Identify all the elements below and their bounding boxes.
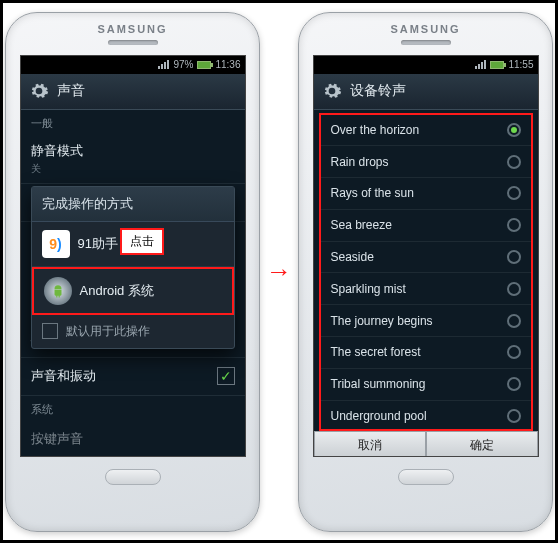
ringtone-label: Sea breeze	[331, 218, 392, 232]
settings-header: 声音	[21, 74, 245, 110]
ringtone-item[interactable]: Rain drops	[321, 146, 531, 178]
dialog-buttons: 取消 确定	[314, 431, 538, 457]
ringtone-item[interactable]: Rays of the sun	[321, 178, 531, 210]
ringtone-item[interactable]: Tribal summoning	[321, 369, 531, 401]
dialog-option-android-label: Android 系统	[80, 282, 154, 300]
ringtone-list: Over the horizon Rain drops Rays of the …	[319, 113, 533, 431]
gear-icon	[29, 81, 49, 101]
sound-vibrate-label: 声音和振动	[31, 367, 96, 385]
signal-icon	[158, 60, 169, 69]
dialog-title: 完成操作的方式	[32, 187, 234, 222]
speaker	[108, 40, 158, 45]
home-button[interactable]	[105, 469, 161, 485]
screen-right: 11:55 设备铃声 Over the horizon Rain drops R…	[313, 55, 539, 457]
ringtone-label: Over the horizon	[331, 123, 420, 137]
ringtone-item[interactable]: Sea breeze	[321, 210, 531, 242]
clock: 11:36	[215, 59, 240, 70]
silent-sub: 关	[31, 162, 83, 176]
silent-title: 静音模式	[31, 142, 83, 160]
ringtone-label: The secret forest	[331, 345, 421, 359]
page-title: 声音	[57, 82, 85, 100]
radio-icon[interactable]	[507, 377, 521, 391]
ringtone-label: Rays of the sun	[331, 186, 414, 200]
radio-icon[interactable]	[507, 409, 521, 423]
checkbox-checked-icon[interactable]: ✓	[217, 367, 235, 385]
app-91-icon: 9)	[42, 230, 70, 258]
dialog-option-android[interactable]: Android 系统	[32, 267, 234, 315]
ok-button[interactable]: 确定	[426, 431, 538, 457]
brand-label: SAMSUNG	[97, 23, 167, 35]
radio-icon[interactable]	[507, 250, 521, 264]
battery-pct: 97%	[173, 59, 193, 70]
dialog-default-label: 默认用于此操作	[66, 323, 150, 340]
ringtone-label: Seaside	[331, 250, 374, 264]
section-system: 系统	[21, 396, 245, 421]
ringtone-label: Underground pool	[331, 409, 427, 423]
phone-left: SAMSUNG 97% 11:36 声音 一般 静音模式 关 音量	[5, 12, 260, 532]
radio-icon[interactable]	[507, 314, 521, 328]
phone-right: SAMSUNG 11:55 设备铃声 Over the horizon Rain…	[298, 12, 553, 532]
home-button[interactable]	[398, 469, 454, 485]
ringtone-header: 设备铃声	[314, 74, 538, 110]
click-tooltip: 点击	[120, 228, 164, 255]
ringtone-label: Rain drops	[331, 155, 389, 169]
radio-icon[interactable]	[507, 218, 521, 232]
row-sound-vibrate[interactable]: 声音和振动 ✓	[21, 358, 245, 396]
ringtone-item[interactable]: The secret forest	[321, 337, 531, 369]
ringtone-item[interactable]: Underground pool	[321, 401, 531, 431]
signal-icon	[475, 60, 486, 69]
ringtone-item[interactable]: Sparkling mist	[321, 273, 531, 305]
radio-selected-icon[interactable]	[507, 123, 521, 137]
radio-icon[interactable]	[507, 155, 521, 169]
radio-icon[interactable]	[507, 282, 521, 296]
radio-icon[interactable]	[507, 186, 521, 200]
row-silent-mode[interactable]: 静音模式 关	[21, 135, 245, 184]
brand-label: SAMSUNG	[390, 23, 460, 35]
clock: 11:55	[508, 59, 533, 70]
page-title: 设备铃声	[350, 82, 406, 100]
section-general: 一般	[21, 110, 245, 135]
dialog-default-row[interactable]: 默认用于此操作	[32, 315, 234, 348]
ringtone-item[interactable]: The journey begins	[321, 305, 531, 337]
dialog-option-91-label: 91助手	[78, 235, 118, 253]
row-key-sound[interactable]: 按键声音	[21, 421, 245, 457]
key-sound-label: 按键声音	[31, 430, 83, 448]
cancel-button[interactable]: 取消	[314, 431, 426, 457]
speaker	[401, 40, 451, 45]
complete-action-dialog: 完成操作的方式 9) 91助手 点击 Android 系统 默认用于此操作	[31, 186, 235, 349]
ringtone-label: Tribal summoning	[331, 377, 426, 391]
ringtone-item[interactable]: Over the horizon	[321, 115, 531, 147]
checkbox-icon[interactable]	[42, 323, 58, 339]
ringtone-item[interactable]: Seaside	[321, 242, 531, 274]
battery-icon	[197, 61, 211, 69]
battery-icon	[490, 61, 504, 69]
ringtone-label: Sparkling mist	[331, 282, 406, 296]
status-bar: 97% 11:36	[21, 56, 245, 74]
status-bar: 11:55	[314, 56, 538, 74]
radio-icon[interactable]	[507, 345, 521, 359]
arrow-icon: →	[266, 256, 292, 287]
gear-icon	[322, 81, 342, 101]
ringtone-label: The journey begins	[331, 314, 433, 328]
screen-left: 97% 11:36 声音 一般 静音模式 关 音量 默认通知 Whistle	[20, 55, 246, 457]
dialog-option-91[interactable]: 9) 91助手 点击	[32, 222, 234, 267]
android-system-icon	[44, 277, 72, 305]
